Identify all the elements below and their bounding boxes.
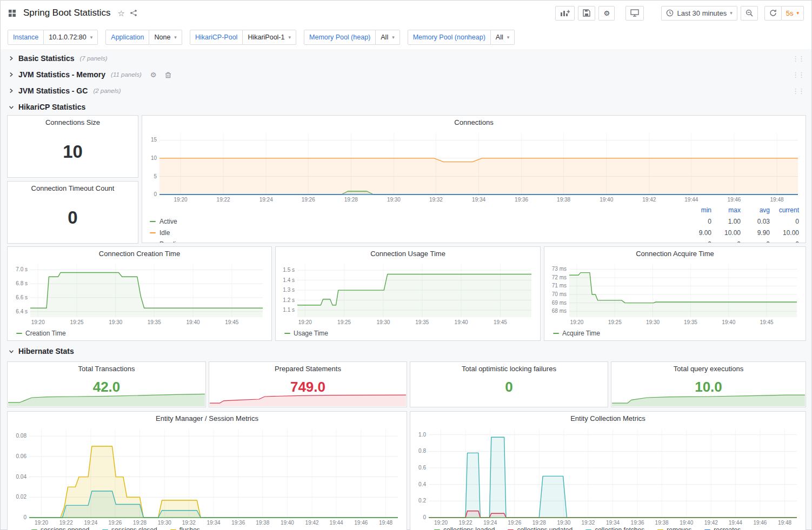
legend-item[interactable]: Creation Time [16,330,66,337]
row-delete-trash-icon[interactable] [165,71,171,78]
legend-column-header[interactable]: min [682,206,711,214]
usage-time-chart[interactable]: 1.5 s1.4 s1.3 s1.2 s1.1 s19:2019:2519:30… [279,261,535,326]
variable-value-dropdown[interactable]: None▾ [149,30,182,45]
drag-handle-icon[interactable]: ⋮⋮ [792,87,804,95]
chart-svg[interactable]: 7.0 s6.8 s6.6 s6.4 s19:2019:2519:3019:35… [11,261,266,326]
chart-svg[interactable]: 1.5 s1.4 s1.3 s1.2 s1.1 s19:2019:2519:30… [279,261,535,326]
dashboard-settings-button[interactable]: ⚙ [598,6,615,21]
share-icon[interactable] [130,9,137,17]
legend-item[interactable]: sessions closed [102,526,157,530]
variable-label[interactable]: Instance [8,30,44,45]
legend-item[interactable]: flushes [170,526,200,530]
svg-text:19:20: 19:20 [174,197,187,203]
chart-svg[interactable]: 73 ms72 ms71 ms70 ms69 ms68 ms19:2019:25… [548,261,800,326]
row-jvm-statistics-memory[interactable]: JVM Statistics - Memory(11 panels)⚙⋮⋮ [1,66,811,83]
variable-value-dropdown[interactable]: 10.1.0.72:80▾ [44,30,98,45]
row-title[interactable]: Hibernate Stats [18,347,74,355]
refresh-interval-dropdown[interactable]: 5s ▾ [781,6,804,21]
variable-label[interactable]: Memory Pool (heap) [304,30,376,45]
svg-text:19:22: 19:22 [217,197,230,203]
svg-text:10: 10 [151,155,157,161]
chart-svg[interactable]: 05101519:2019:2219:2419:2619:2819:3019:3… [147,130,801,203]
variable-label[interactable]: Memory Pool (nonheap) [408,30,491,45]
svg-text:19:40: 19:40 [600,197,613,203]
svg-text:15: 15 [151,137,157,143]
acquire-time-chart[interactable]: 73 ms72 ms71 ms70 ms69 ms68 ms19:2019:25… [548,261,800,326]
drag-handle-icon[interactable]: ⋮⋮ [792,71,804,79]
panel-title[interactable]: Connections [142,116,806,130]
series-color-dash [553,333,559,334]
legend-item[interactable]: sessions opened [31,526,89,530]
row-hikaricp-statistics[interactable]: HikariCP Statistics [1,99,811,115]
svg-text:6.6 s: 6.6 s [16,294,28,300]
legend-item[interactable]: Usage Time [284,330,328,337]
series-name[interactable]: Active [159,218,177,225]
legend-item[interactable]: recreates [704,526,741,530]
legend-value: 0 [770,240,799,244]
svg-text:19:38: 19:38 [557,197,570,203]
legend-column-header[interactable]: max [711,206,741,214]
clock-icon [666,9,674,17]
refresh-button[interactable] [764,6,782,21]
svg-text:1.4 s: 1.4 s [283,277,295,283]
svg-text:0: 0 [23,514,26,520]
legend-row: Idle9.0010.009.9010.00 [148,227,799,238]
refresh-interval-value: 5s [786,9,794,17]
legend-item[interactable]: collections loaded [434,526,495,530]
time-range-picker[interactable]: Last 30 minutes ▾ [661,6,737,21]
chart-svg[interactable]: 00.020.040.060.0819:2019:2219:2419:2619:… [11,426,401,526]
legend-value: 1.00 [711,218,741,225]
session-metrics-chart[interactable]: 00.020.040.060.0819:2019:2219:2419:2619:… [11,426,401,526]
connections-chart[interactable]: 05101519:2019:2219:2419:2619:2819:3019:3… [147,130,801,203]
dashboards-grid-icon[interactable] [8,9,16,17]
row-title[interactable]: HikariCP Statistics [18,103,85,111]
chart-svg[interactable]: 00.20.40.60.81.019:2019:2219:2419:2619:2… [414,426,800,526]
variable-label[interactable]: Application [105,30,149,45]
star-icon[interactable]: ☆ [118,9,125,17]
panel-title[interactable]: Connection Acquire Time [544,247,806,261]
svg-text:71 ms: 71 ms [552,283,567,289]
legend-column-header[interactable]: current [770,206,799,214]
collection-metrics-chart[interactable]: 00.20.40.60.81.019:2019:2219:2419:2619:2… [414,426,800,526]
row-jvm-statistics-gc[interactable]: JVM Statistics - GC(2 panels)⋮⋮ [1,83,811,99]
panel-title[interactable]: Connection Creation Time [8,247,271,261]
row-title[interactable]: JVM Statistics - Memory [18,70,105,79]
row-settings-gear-icon[interactable]: ⚙ [150,71,157,79]
svg-text:19:22: 19:22 [459,520,472,526]
legend-item[interactable]: collection fetches [585,526,644,530]
dashboard-title[interactable]: Spring Boot Statistics [23,8,111,18]
legend-item[interactable]: removes [657,526,691,530]
row-hibernate-stats[interactable]: Hibernate Stats [1,343,811,359]
row-title[interactable]: JVM Statistics - GC [18,86,88,95]
svg-text:72 ms: 72 ms [552,274,567,280]
variable-application: ApplicationNone▾ [105,30,182,45]
panel-connection-creation-time: Connection Creation Time 7.0 s6.8 s6.6 s… [7,246,272,341]
save-dashboard-button[interactable] [578,6,595,21]
legend-item[interactable]: Acquire Time [553,330,600,337]
svg-text:19:20: 19:20 [35,520,48,526]
variable-value-dropdown[interactable]: All▾ [491,30,515,45]
add-panel-button[interactable] [555,6,575,21]
save-icon [583,9,590,17]
cycle-view-button[interactable] [625,6,644,21]
variable-value-dropdown[interactable]: HikariPool-1▾ [243,30,296,45]
drag-handle-icon[interactable]: ⋮⋮ [792,55,804,63]
creation-time-chart[interactable]: 7.0 s6.8 s6.6 s6.4 s19:2019:2519:3019:35… [11,261,266,326]
variable-label[interactable]: HikariCP-Pool [190,30,243,45]
series-name[interactable]: Pending [159,240,183,244]
legend-column-header[interactable]: avg [741,206,770,214]
panel-title[interactable]: Entity Collection Metrics [410,412,806,426]
row-title[interactable]: Basic Statistics [18,54,75,63]
panel-title[interactable]: Entity Manager / Session Metrics [8,412,407,426]
variable-value-dropdown[interactable]: All▾ [376,30,400,45]
panel-title[interactable]: Connection Usage Time [276,247,540,261]
add-panel-icon [560,9,570,17]
panel-title[interactable]: Connection Timeout Count [8,182,138,196]
row-basic-statistics[interactable]: Basic Statistics(7 panels)⋮⋮ [1,50,811,66]
svg-text:19:30: 19:30 [557,520,570,526]
legend-item[interactable]: collections updated [508,526,573,530]
series-name[interactable]: Idle [159,229,170,237]
zoom-out-button[interactable] [741,6,758,21]
legend-header-row: minmaxavgcurrent [148,204,799,216]
panel-title[interactable]: Connections Size [8,116,138,130]
